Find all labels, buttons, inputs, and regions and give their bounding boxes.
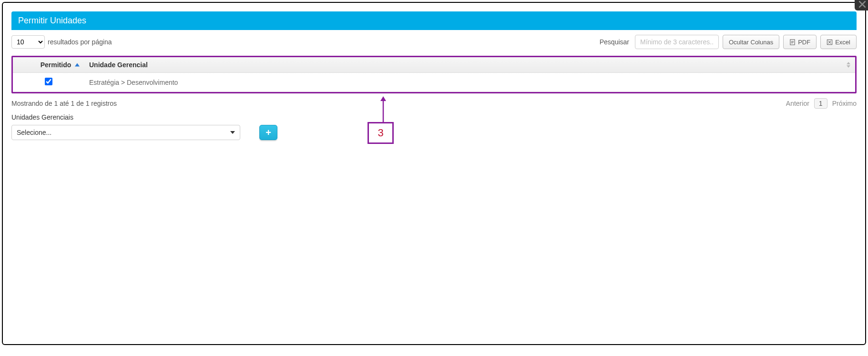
row-permitido-checkbox[interactable] <box>45 78 52 85</box>
modal-container: Permitir Unidades 10 resultados por pági… <box>2 2 866 345</box>
add-button[interactable]: + <box>259 125 277 140</box>
unidades-dropdown[interactable]: Selecione... <box>11 125 240 140</box>
page-size-select[interactable]: 10 <box>11 35 45 49</box>
close-button[interactable] <box>855 0 868 10</box>
row-unidade-cell: Estratégia > Desenvolvimento <box>84 73 855 92</box>
column-header-permitido[interactable]: Permitido <box>13 57 84 73</box>
records-info: Mostrando de 1 até 1 de 1 registros <box>11 100 117 107</box>
chevron-down-icon <box>230 131 235 134</box>
section-label: Unidades Gerenciais <box>11 113 857 121</box>
units-table: Permitido Unidade Gerencial <box>13 57 855 92</box>
hide-columns-button[interactable]: Ocultar Colunas <box>723 35 779 49</box>
page-size-label: resultados por página <box>48 38 112 46</box>
search-input[interactable] <box>635 35 719 49</box>
sort-asc-icon <box>75 63 80 67</box>
dropdown-placeholder: Selecione... <box>17 129 51 136</box>
pagination-prev[interactable]: Anterior <box>786 100 809 107</box>
pagination-next[interactable]: Próximo <box>832 100 857 107</box>
excel-button[interactable]: Excel <box>820 35 857 49</box>
panel: Permitir Unidades 10 resultados por pági… <box>11 11 857 140</box>
column-header-unidade[interactable]: Unidade Gerencial <box>84 57 855 73</box>
plus-icon: + <box>266 127 271 138</box>
pdf-button[interactable]: PDF <box>783 35 817 49</box>
pagination-page-1[interactable]: 1 <box>814 98 827 109</box>
search-label: Pesquisar <box>600 38 629 46</box>
pagination: Anterior 1 Próximo <box>786 98 857 109</box>
toolbar: 10 resultados por página Pesquisar Ocult… <box>11 35 857 49</box>
excel-icon <box>827 39 833 45</box>
table-row: Estratégia > Desenvolvimento <box>13 73 855 92</box>
panel-title: Permitir Unidades <box>11 11 857 30</box>
table-container: Permitido Unidade Gerencial <box>11 56 857 93</box>
pdf-icon <box>789 39 796 45</box>
sort-icon <box>847 62 850 68</box>
